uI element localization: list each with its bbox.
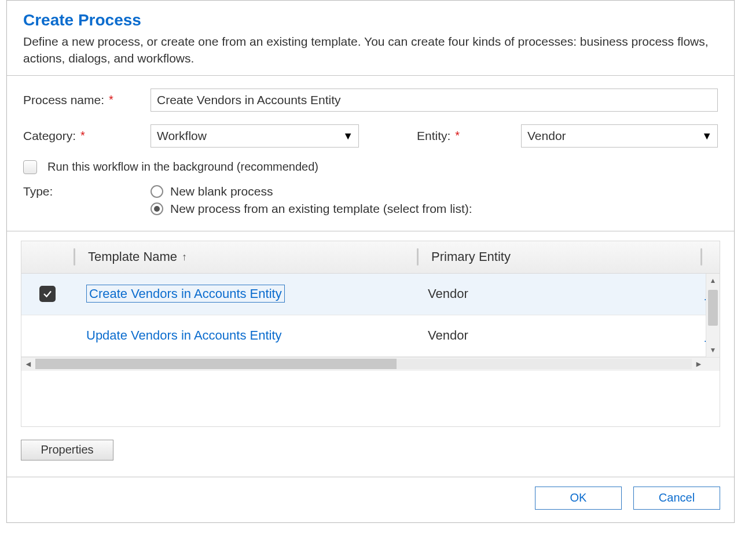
template-link[interactable]: Update Vendors in Accounts Entity — [86, 328, 282, 342]
required-asterisk: * — [80, 129, 85, 142]
scroll-thumb[interactable] — [35, 359, 397, 369]
grid-empty-area — [21, 371, 720, 426]
radio-icon — [151, 185, 163, 198]
row-run-background: Run this workflow in the background (rec… — [23, 160, 718, 174]
vertical-scrollbar[interactable]: ▲ ▼ — [706, 274, 720, 357]
col-entity-label: Primary Entity — [431, 249, 511, 264]
scroll-up-icon[interactable]: ▲ — [706, 274, 720, 288]
row-type: Type: New blank process New process from… — [23, 185, 718, 219]
col-primary-entity[interactable]: Primary Entity — [419, 249, 700, 264]
row-category-entity: Category: * Workflow ▼ Entity: * Vendor … — [23, 124, 718, 148]
radio-template-process[interactable]: New process from an existing template (s… — [151, 202, 718, 216]
radio-blank-label: New blank process — [170, 185, 273, 198]
scroll-left-icon[interactable]: ◄ — [21, 359, 35, 369]
row-entity-text: Vendor — [428, 328, 468, 343]
category-value: Workflow — [157, 129, 207, 143]
row-name-cell: Update Vendors in Accounts Entity — [74, 328, 415, 343]
properties-button[interactable]: Properties — [21, 440, 113, 460]
table-row[interactable]: Create Vendors in Accounts Entity Vendor… — [21, 274, 720, 315]
properties-area: Properties — [7, 427, 734, 477]
grid-body: Create Vendors in Accounts Entity Vendor… — [21, 274, 720, 357]
category-label-text: Category: — [23, 129, 76, 143]
radio-icon — [151, 202, 163, 215]
entity-label-text: Entity: — [417, 129, 450, 143]
scroll-right-icon[interactable]: ► — [692, 359, 706, 369]
run-background-label: Run this workflow in the background (rec… — [47, 160, 318, 174]
scroll-down-icon[interactable]: ▼ — [706, 343, 720, 357]
table-row[interactable]: Update Vendors in Accounts Entity Vendor… — [21, 315, 720, 357]
scroll-thumb[interactable] — [708, 290, 718, 326]
sort-asc-icon: ↑ — [182, 251, 187, 263]
type-label-text: Type: — [23, 185, 53, 198]
col-name-label: Template Name — [88, 249, 177, 264]
entity-value: Vendor — [527, 129, 566, 143]
cancel-button[interactable]: Cancel — [633, 487, 720, 510]
checkbox-checked-icon — [39, 286, 56, 302]
label-type: Type: — [23, 185, 151, 198]
dialog-subtitle: Define a new process, or create one from… — [23, 33, 718, 67]
row-process-name: Process name: * — [23, 89, 718, 112]
entity-select[interactable]: Vendor ▼ — [521, 124, 718, 148]
col-template-name[interactable]: Template Name ↑ — [75, 249, 417, 264]
category-select[interactable]: Workflow ▼ — [151, 124, 359, 148]
required-asterisk: * — [455, 129, 460, 142]
row-name-cell: Create Vendors in Accounts Entity — [74, 286, 415, 301]
radio-blank-process[interactable]: New blank process — [151, 185, 718, 198]
template-grid: Template Name ↑ Primary Entity Create Ve… — [21, 241, 720, 427]
type-radio-group: New blank process New process from an ex… — [151, 185, 718, 219]
radio-template-label: New process from an existing template (s… — [170, 202, 472, 216]
ok-button[interactable]: OK — [535, 487, 622, 510]
dialog-header: Create Process Define a new process, or … — [7, 1, 734, 75]
row-entity-cell: Vendor Bi — [415, 286, 720, 301]
label-category: Category: * — [23, 129, 151, 143]
label-entity: Entity: * — [417, 129, 521, 143]
horizontal-scrollbar[interactable]: ◄ ► — [21, 357, 720, 371]
row-entity-cell: Vendor Bi — [415, 328, 720, 343]
process-name-label-text: Process name: — [23, 93, 104, 107]
grid-header: Template Name ↑ Primary Entity — [21, 241, 720, 274]
scroll-track[interactable] — [35, 359, 692, 369]
template-link[interactable]: Create Vendors in Accounts Entity — [86, 285, 285, 303]
row-checkbox-cell[interactable] — [21, 286, 74, 302]
label-process-name: Process name: * — [23, 93, 151, 107]
column-separator — [700, 248, 702, 266]
required-asterisk: * — [109, 93, 113, 106]
row-entity-text: Vendor — [428, 286, 468, 301]
process-name-input[interactable] — [151, 89, 718, 112]
dialog-footer: OK Cancel — [7, 477, 734, 522]
dialog-title: Create Process — [23, 11, 718, 30]
create-process-dialog: Create Process Define a new process, or … — [6, 0, 735, 523]
form-area: Process name: * Category: * Workflow ▼ E… — [7, 76, 734, 231]
run-background-checkbox[interactable] — [23, 160, 37, 174]
